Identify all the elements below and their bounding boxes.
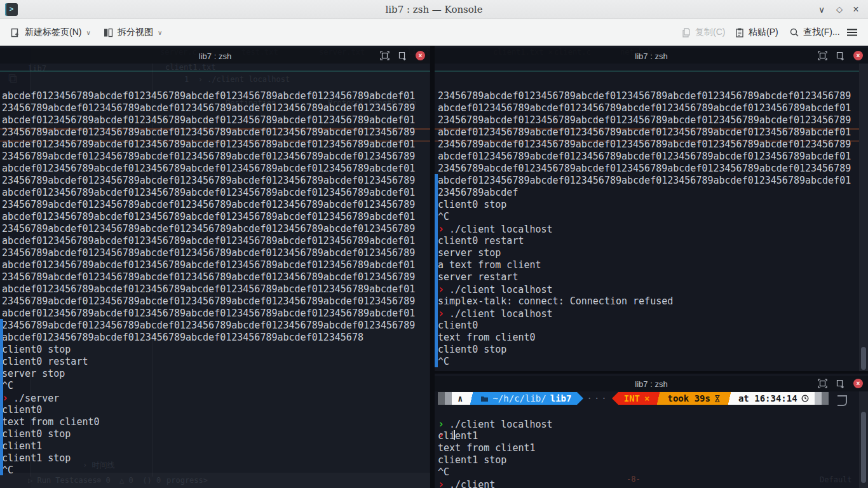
terminal-line: abcdef0123456789abcdef0123456789abcdef01… [2, 283, 430, 295]
terminal-line: server restart [438, 271, 868, 283]
terminal-line: ^C [438, 466, 868, 478]
terminal-line: 23456789abcdef0123456789abcdef0123456789… [438, 90, 868, 102]
split-pane-icon[interactable] [836, 379, 845, 388]
terminal-line: client0 stop [438, 199, 868, 211]
terminal-line: client1 [2, 440, 430, 452]
paste-label: 粘贴(P) [749, 27, 778, 38]
minimize-button[interactable]: ∨ [815, 3, 829, 17]
scrollbar[interactable] [859, 391, 868, 488]
terminal-line: abcdef0123456789abcdef0123456789abcdef01… [2, 259, 430, 271]
paste-button[interactable]: 粘贴(P) [732, 24, 781, 41]
terminal-line: 23456789abcdef0123456789abcdef0123456789… [2, 175, 430, 187]
close-pane-icon[interactable]: × [853, 51, 863, 60]
menu-button[interactable] [844, 24, 860, 41]
terminal-line: ›./server [2, 392, 430, 404]
terminal-output[interactable]: ›./client localhostclient1text from clie… [435, 391, 868, 488]
terminal-line: ^C [438, 211, 868, 223]
terminal-pane-right-bottom: lib7 : zsh × ›./client localhostclient1t… [435, 374, 868, 488]
pane-titlebar[interactable]: lib7 : zsh × [0, 48, 430, 64]
terminal-line: client0 [2, 404, 430, 416]
terminal-line: abcdef0123456789abcdef0123456789abcdef01… [2, 139, 430, 151]
new-tab-icon [10, 27, 21, 38]
terminal-line: ›./client localhost [438, 418, 868, 430]
prompt-arrow-red: › [438, 478, 449, 488]
window-title: lib7 : zsh — Konsole [0, 4, 868, 15]
search-icon [789, 27, 799, 37]
terminal-line: 23456789abcdef0123456789abcdef0123456789… [438, 139, 868, 151]
new-tab-button[interactable]: 新建标签页(N) ∨ [8, 24, 93, 41]
maximize-pane-icon[interactable] [818, 51, 827, 60]
terminal-line: server stop [438, 247, 868, 259]
terminal-line: ›./client localhost [438, 223, 868, 235]
terminal-line: 23456789abcdef0123456789abcdef0123456789… [2, 271, 430, 283]
split-view-label: 拆分视图 [118, 27, 153, 38]
new-lines-highlight-strip [435, 174, 438, 367]
maximize-button[interactable]: ◇ [832, 3, 846, 17]
toolbar: 新建标签页(N) ∨ 拆分视图 ∨ 复制(C) 粘贴(P) 查找(F)... [0, 19, 868, 46]
terminal-line: abcdef0123456789abcdef0123456789abcdef01… [2, 114, 430, 126]
terminal-lines: abcdef0123456789abcdef0123456789abcdef01… [2, 90, 430, 477]
pane-title: lib7 : zsh [635, 379, 667, 389]
terminal-pane-right-top: lib7 : zsh × 23456789abcdef0123456789abc… [435, 46, 868, 371]
terminal-line: 23456789abcdef [438, 187, 868, 199]
split-pane-icon[interactable] [398, 51, 407, 60]
pane-divider-horizontal[interactable] [435, 371, 868, 374]
prompt-arrow-red: › [438, 223, 449, 235]
terminal-line: client0 stop [2, 344, 430, 356]
terminal-line: abcdef0123456789abcdef0123456789abcdef01… [438, 175, 868, 187]
maximize-pane-icon[interactable] [818, 379, 827, 388]
terminal-line: client0 stop [438, 344, 868, 356]
close-button[interactable]: × [849, 3, 863, 17]
paste-icon [735, 27, 745, 38]
window-titlebar[interactable]: > lib7 : zsh — Konsole ∨ ◇ × [0, 0, 868, 19]
terminal-line: abcdef0123456789abcdef0123456789abcdef01… [438, 126, 868, 139]
find-button[interactable]: 查找(F)... [787, 24, 843, 41]
terminal-line: 23456789abcdef0123456789abcdef0123456789… [2, 102, 430, 114]
split-view-button[interactable]: 拆分视图 ∨ [100, 24, 165, 41]
terminal-line: text from client1 [438, 442, 868, 454]
copy-button[interactable]: 复制(C) [679, 24, 728, 41]
terminal-line: ›./client localhost [438, 308, 868, 320]
terminal-line: 23456789abcdef0123456789abcdef0123456789… [2, 199, 430, 211]
terminal-line: server stop [2, 368, 430, 380]
copy-label: 复制(C) [695, 27, 725, 38]
pane-titlebar[interactable]: lib7 : zsh × [435, 376, 868, 391]
terminal-output[interactable]: abcdef0123456789abcdef0123456789abcdef01… [0, 64, 430, 488]
hamburger-icon [846, 28, 858, 37]
terminal-line: 23456789abcdef0123456789abcdef0123456789… [438, 163, 868, 175]
pane-titlebar[interactable]: lib7 : zsh × [435, 48, 868, 64]
chevron-down-icon: ∨ [86, 29, 90, 36]
terminal-lines: ›./client localhostclient1text from clie… [438, 418, 868, 488]
prompt-arrow-green: › [438, 418, 449, 430]
new-tab-label: 新建标签页(N) [25, 27, 81, 38]
pane-title: lib7 : zsh [199, 51, 231, 61]
terminal-line: simplex-talk: connect: Connection refuse… [438, 295, 868, 308]
terminal-line: abcdef0123456789abcdef0123456789abcdef01… [2, 211, 430, 223]
terminal-pane-left: lib7 : zsh × abcdef0123456789abcdef01234… [0, 46, 430, 488]
split-view-icon [103, 27, 114, 38]
close-pane-icon[interactable]: × [416, 51, 425, 60]
terminal-line: 23456789abcdef0123456789abcdef0123456789… [2, 223, 430, 235]
maximize-pane-icon[interactable] [380, 51, 390, 60]
scrollbar-thumb[interactable] [861, 412, 866, 483]
prompt-arrow-red: › [438, 283, 449, 295]
prompt-arrow-red: › [2, 392, 13, 404]
split-pane-icon[interactable] [836, 51, 845, 60]
terminal-line: client1 [438, 430, 868, 442]
scrollbar-thumb[interactable] [861, 347, 866, 370]
close-pane-icon[interactable]: × [853, 379, 863, 388]
terminal-line: 23456789abcdef0123456789abcdef0123456789… [2, 151, 430, 163]
copy-icon [681, 27, 691, 38]
terminal-line: client0 [438, 320, 868, 332]
terminal-line: abcdef0123456789abcdef0123456789abcdef01… [2, 332, 430, 344]
prompt-arrow-red: › [438, 308, 449, 320]
pane-divider-vertical[interactable] [430, 46, 435, 488]
chevron-down-icon: ∨ [158, 29, 162, 36]
terminal-line: 23456789abcdef0123456789abcdef0123456789… [2, 295, 430, 308]
terminal-line: abcdef0123456789abcdef0123456789abcdef01… [2, 163, 430, 175]
terminal-line: ›./client localhost [438, 283, 868, 295]
terminal-line: ^C [438, 356, 868, 368]
terminal-line: client0 restart [438, 235, 868, 247]
scrollbar[interactable] [859, 64, 868, 371]
terminal-line: abcdef0123456789abcdef0123456789abcdef01… [2, 187, 430, 199]
